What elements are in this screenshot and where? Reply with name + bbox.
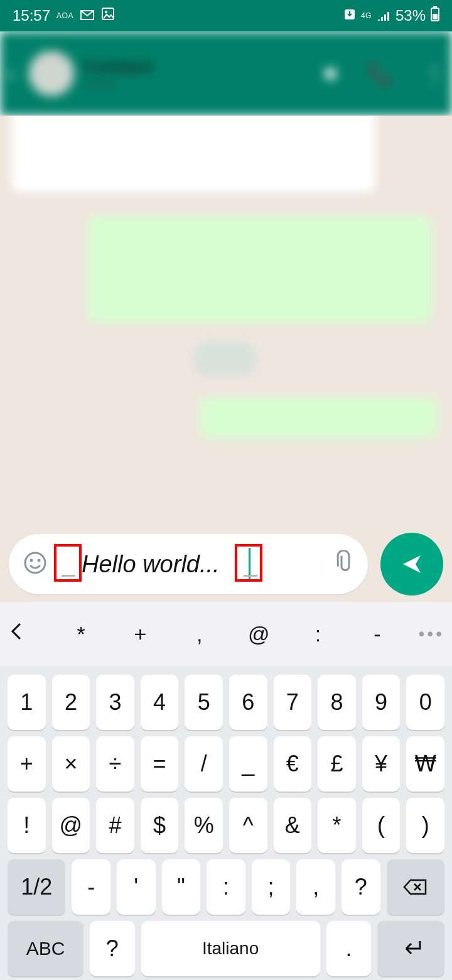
chat-header: ‹ Contact online ■ 📞 ⋮ — [0, 31, 452, 116]
key-char[interactable]: 7 — [274, 675, 312, 730]
battery-percent: 53% — [396, 7, 426, 24]
composer-row: Hello world... — [0, 526, 452, 602]
network-type: 4G — [361, 11, 372, 20]
key-char[interactable]: 6 — [229, 675, 267, 730]
message-text: Hello world... — [82, 551, 220, 578]
annotation-box-1 — [54, 544, 82, 582]
key-char[interactable]: & — [274, 798, 312, 853]
quick-key[interactable]: * — [51, 622, 110, 646]
quick-key[interactable]: - — [348, 622, 407, 646]
key-char[interactable]: 5 — [185, 675, 223, 730]
incoming-message[interactable] — [11, 116, 375, 192]
key-char[interactable]: 9 — [362, 675, 401, 730]
svg-point-8 — [38, 559, 41, 562]
contact-avatar[interactable] — [29, 51, 74, 96]
key-char[interactable]: 8 — [318, 675, 356, 730]
key-char[interactable]: ' — [117, 859, 156, 915]
chat-scroll[interactable] — [0, 116, 452, 526]
key-char[interactable]: @ — [52, 798, 90, 853]
key-char[interactable]: ₩ — [406, 736, 444, 792]
status-time: 15:57 — [13, 7, 50, 24]
key-char[interactable]: ^ — [229, 798, 267, 853]
keyboard-collapse-icon[interactable] — [8, 619, 51, 649]
soft-keyboard: 1234567890 +×÷=/_€£¥₩ !@#$%^&*() 1/2 -'"… — [0, 666, 452, 980]
android-status-bar: 15:57 AOA 4G 53% — [0, 0, 452, 31]
quick-key[interactable]: : — [288, 622, 347, 646]
contact-presence: online — [83, 77, 153, 92]
quick-key[interactable]: @ — [229, 622, 288, 646]
key-char[interactable]: = — [141, 736, 179, 792]
contact-info[interactable]: Contact online — [83, 56, 153, 92]
key-space[interactable]: Italiano — [141, 921, 320, 976]
message-input-container: Hello world... — [9, 534, 368, 594]
key-char[interactable]: ¥ — [362, 736, 401, 792]
key-enter[interactable] — [377, 921, 444, 976]
key-char[interactable]: ; — [252, 859, 291, 915]
kebab-menu-icon[interactable]: ⋮ — [424, 62, 444, 85]
more-icon[interactable]: ••• — [407, 624, 444, 644]
svg-point-6 — [25, 553, 45, 573]
key-char[interactable]: , — [296, 859, 335, 915]
key-char[interactable]: ? — [90, 921, 134, 976]
key-char[interactable]: ? — [342, 859, 380, 915]
key-char[interactable]: ( — [362, 798, 401, 853]
send-button[interactable] — [380, 533, 443, 596]
key-char[interactable]: + — [8, 736, 46, 792]
key-char[interactable]: × — [52, 736, 90, 792]
svg-rect-5 — [433, 14, 438, 19]
message-input[interactable]: Hello world... — [53, 545, 324, 583]
key-symbol-page[interactable]: 1/2 — [8, 859, 65, 915]
key-char[interactable]: 0 — [406, 675, 444, 730]
key-char[interactable]: * — [318, 798, 356, 853]
svg-point-1 — [105, 11, 107, 13]
key-char[interactable]: € — [274, 736, 312, 792]
key-char[interactable]: ! — [8, 798, 46, 853]
annotation-box-2 — [235, 544, 262, 582]
attach-icon[interactable] — [329, 550, 354, 578]
key-char[interactable]: - — [72, 859, 110, 915]
key-char[interactable]: % — [185, 798, 223, 853]
battery-icon — [431, 6, 439, 25]
contact-name: Contact — [83, 56, 153, 77]
key-char[interactable]: : — [207, 859, 245, 915]
key-char[interactable]: 3 — [96, 675, 134, 730]
status-aoa: AOA — [56, 11, 73, 20]
keyboard-tool-row: * + , @ : - ••• — [0, 602, 452, 666]
gmail-icon — [80, 7, 95, 24]
key-char[interactable]: 1 — [8, 675, 46, 730]
svg-rect-4 — [433, 6, 437, 8]
key-char[interactable]: 2 — [52, 675, 90, 730]
key-char[interactable]: ) — [406, 798, 444, 853]
quick-key[interactable]: , — [170, 622, 229, 646]
outgoing-message[interactable] — [88, 216, 432, 323]
date-separator — [193, 342, 256, 376]
key-char[interactable]: . — [326, 921, 371, 976]
key-backspace[interactable] — [387, 859, 444, 915]
key-char[interactable]: $ — [141, 798, 179, 853]
quick-key[interactable]: + — [110, 622, 170, 646]
key-char[interactable]: / — [185, 736, 223, 792]
svg-point-7 — [30, 559, 33, 562]
key-char[interactable]: 4 — [141, 675, 179, 730]
voice-call-icon[interactable]: 📞 — [368, 62, 393, 85]
key-abc[interactable]: ABC — [8, 921, 83, 976]
video-call-icon[interactable]: ■ — [325, 62, 336, 85]
signal-icon — [377, 7, 390, 24]
key-char[interactable]: ÷ — [96, 736, 134, 792]
image-icon — [101, 7, 115, 24]
outgoing-message[interactable] — [200, 397, 438, 438]
update-icon — [343, 7, 356, 24]
back-icon[interactable]: ‹ — [8, 63, 26, 84]
key-char[interactable]: " — [162, 859, 201, 915]
key-char[interactable]: £ — [318, 736, 356, 792]
emoji-icon[interactable] — [23, 550, 48, 578]
key-char[interactable]: _ — [229, 736, 267, 792]
key-char[interactable]: # — [96, 798, 134, 853]
